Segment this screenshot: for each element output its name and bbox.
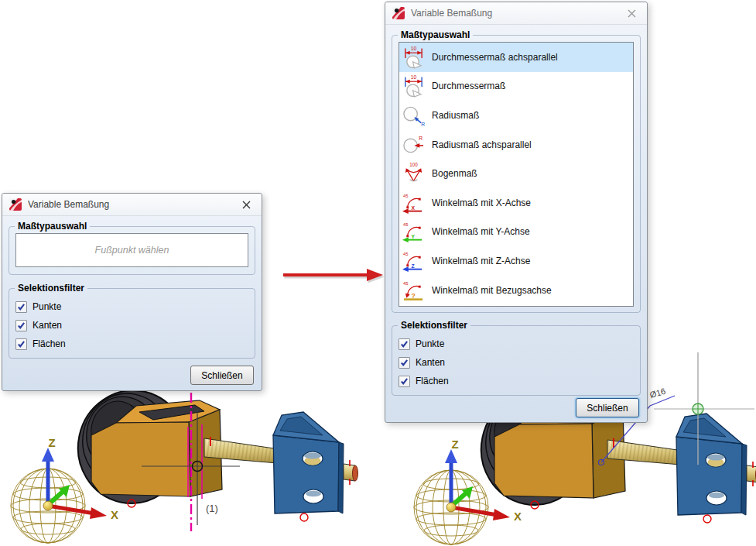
list-item-radiusmass[interactable]: R Radiusmaß [399,101,633,130]
diameter-dim-icon: 10 [402,74,425,98]
radius-dim-icon: R [402,103,425,128]
list-item-winkelmass-z-achse[interactable]: 45 Z Winkelmaß mit Z-Achse [399,246,633,276]
checkbox-box[interactable] [399,357,410,369]
group-masstypauswahl: Maßtypauswahl 10 Durchmessermaß achspara… [392,29,641,313]
angle-dim-x-axis-icon: 45 X [402,191,425,215]
titlebar[interactable]: Variable Bemaßung [2,194,262,216]
radius-dim-axisparallel-icon: R [402,132,425,157]
x-axis-label: X [111,508,118,521]
flow-arrow [277,263,387,288]
group-label: Maßtypauswahl [398,29,473,40]
svg-text:R: R [419,136,422,141]
diameter-dim-axisparallel-icon: 10 [402,45,425,70]
angle-bracket[interactable] [273,412,344,513]
angle-dim-z-axis-icon: 45 Z [402,249,425,273]
check-icon [17,303,26,311]
viewport: Z X (1) Ø16 [0,0,756,546]
svg-text:R: R [421,122,425,127]
app-icon [9,198,22,211]
svg-text:45: 45 [403,252,408,256]
check-icon [400,359,409,367]
list-item-bogenmass[interactable]: 100 Bogenmaß [399,159,633,188]
checkbox-flaechen[interactable]: Flächen [399,376,634,386]
group-label: Maßtypauswahl [15,221,90,232]
checkbox-punkte[interactable]: Punkte [15,301,248,312]
dialog-variable-bemassung-initial: Variable Bemaßung Maßtypauswahl Fußpunkt… [2,193,262,391]
dialog-title: Variable Bemaßung [411,8,617,19]
z-axis-label: Z [48,436,55,449]
checkbox-punkte[interactable]: Punkte [399,338,634,349]
schliessen-button[interactable]: Schließen [190,366,254,385]
check-icon [400,340,409,349]
checkbox-kanten[interactable]: Kanten [15,320,248,331]
group-masstypauswahl: Maßtypauswahl Fußpunkt wählen [9,221,255,275]
app-icon [392,7,405,19]
listbox-placeholder: Fußpunkt wählen [95,245,169,256]
svg-text:Z: Z [412,263,415,269]
list-item-winkelmass-y-achse[interactable]: 45 Y Winkelmaß mit Y-Achse [399,218,633,247]
check-icon [17,321,26,330]
group-label: Selektionsfilter [398,320,470,331]
svg-text:10: 10 [411,75,417,81]
schliessen-button[interactable]: Schließen [576,398,639,417]
svg-text:45: 45 [403,281,408,286]
checkbox-box[interactable] [15,320,27,331]
check-icon [400,377,409,386]
angle-dim-reference-axis-icon: 45 ? [402,278,425,303]
svg-text:X: X [412,204,416,210]
svg-text:45: 45 [403,223,408,228]
checkbox-box[interactable] [399,338,410,350]
checkbox-box[interactable] [15,338,27,350]
dimension-type-listbox[interactable]: 10 Durchmessermaß achsparallel 10 [399,42,634,307]
close-button[interactable] [238,196,255,213]
close-icon [242,201,251,209]
titlebar[interactable]: Variable Bemaßung [385,2,647,25]
point-annotation: (1) [206,503,218,514]
close-button[interactable] [623,5,640,22]
list-item-durchmessermass[interactable]: 10 Durchmessermaß [399,72,633,101]
svg-text:45: 45 [403,194,408,198]
close-icon [628,9,636,18]
checkbox-box[interactable] [399,376,410,387]
svg-text:Y: Y [412,234,416,239]
dialog-variable-bemassung-expanded: Variable Bemaßung Maßtypauswahl 10 [385,2,648,423]
list-item-winkelmass-bezugsachse[interactable]: 45 ? Winkelmaß mit Bezugsachse [399,276,633,305]
group-label: Selektionsfilter [15,283,87,294]
checkbox-flaechen[interactable]: Flächen [15,338,248,349]
svg-text:?: ? [412,291,416,299]
checkbox-kanten[interactable]: Kanten [399,357,634,368]
bolt-tip[interactable] [344,460,358,485]
group-selektionsfilter: Selektionsfilter Punkte Kanten [392,320,641,396]
list-item-durchmessermass-achsparallel[interactable]: 10 Durchmessermaß achsparallel [399,43,633,72]
dimension-type-listbox[interactable]: Fußpunkt wählen [15,233,248,267]
origin-marker [300,513,308,521]
angle-dim-y-axis-icon: 45 Y [402,219,425,244]
dialog-title: Variable Bemaßung [28,199,231,210]
checkbox-box[interactable] [15,301,27,313]
list-item-winkelmass-x-achse[interactable]: 45 X Winkelmaß mit X-Achse [399,188,633,218]
svg-text:100: 100 [409,162,418,167]
svg-text:10: 10 [411,46,417,51]
check-icon [17,340,26,349]
arc-dim-icon: 100 [402,161,425,186]
dimension-label: Ø16 [648,386,666,400]
group-selektionsfilter: Selektionsfilter Punkte Kanten [9,283,255,359]
list-item-radiusmass-achsparallel[interactable]: R Radiusmaß achsparallel [399,130,633,160]
